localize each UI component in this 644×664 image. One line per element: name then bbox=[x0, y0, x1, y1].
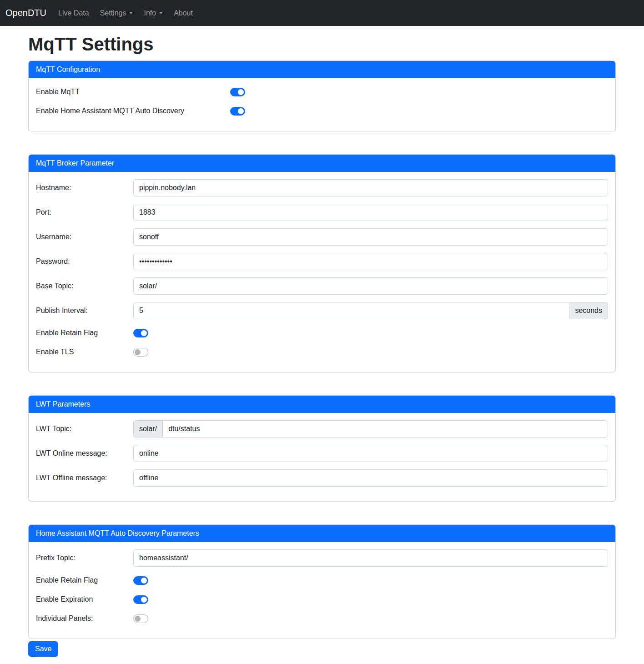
enable-mqtt-toggle[interactable] bbox=[230, 88, 245, 96]
form-row: LWT Topic: solar/ bbox=[36, 420, 608, 438]
enable-expiration-label: Enable Expiration bbox=[36, 595, 133, 604]
card-header-ha-discovery-parameters: Home Assistant MQTT Auto Discovery Param… bbox=[29, 525, 615, 542]
broker-enable-retain-toggle[interactable] bbox=[133, 329, 148, 337]
lwt-topic-input[interactable] bbox=[162, 420, 608, 438]
password-label: Password: bbox=[36, 257, 133, 266]
enable-expiration-toggle[interactable] bbox=[133, 595, 148, 604]
form-row: Enable Home Assistant MQTT Auto Discover… bbox=[36, 105, 608, 117]
form-row: Hostname: bbox=[36, 179, 608, 196]
form-row: Enable Expiration bbox=[36, 593, 608, 606]
form-row: Publish Interval: seconds bbox=[36, 302, 608, 319]
form-row: LWT Offline message: bbox=[36, 469, 608, 487]
enable-ha-discovery-label: Enable Home Assistant MQTT Auto Discover… bbox=[36, 107, 230, 115]
username-label: Username: bbox=[36, 233, 133, 241]
port-input[interactable] bbox=[133, 204, 608, 221]
prefix-topic-input[interactable] bbox=[133, 549, 608, 567]
page-container: MqTT Settings MqTT Configuration Enable … bbox=[0, 33, 644, 657]
form-row: Enable MqTT bbox=[36, 86, 608, 98]
form-row: Port: bbox=[36, 204, 608, 221]
base-topic-label: Base Topic: bbox=[36, 282, 133, 290]
publish-interval-label: Publish Interval: bbox=[36, 307, 133, 315]
nav-item-label: Settings bbox=[100, 9, 126, 17]
password-input[interactable] bbox=[133, 253, 608, 270]
card-lwt-parameters: LWT Parameters LWT Topic: solar/ LWT Onl… bbox=[28, 395, 616, 502]
form-row: Enable TLS bbox=[36, 346, 608, 358]
nav-item-label: Info bbox=[144, 9, 156, 17]
form-row: Base Topic: bbox=[36, 277, 608, 295]
lwt-offline-label: LWT Offline message: bbox=[36, 474, 133, 482]
form-row: Individual Panels: bbox=[36, 612, 608, 625]
card-header-lwt-parameters: LWT Parameters bbox=[29, 396, 615, 413]
lwt-offline-input[interactable] bbox=[133, 469, 608, 487]
port-label: Port: bbox=[36, 208, 133, 216]
nav-item-label: Live Data bbox=[58, 9, 89, 17]
card-header-mqtt-broker-parameter: MqTT Broker Parameter bbox=[29, 155, 615, 172]
username-input[interactable] bbox=[133, 228, 608, 246]
individual-panels-toggle[interactable] bbox=[133, 614, 148, 623]
lwt-online-input[interactable] bbox=[133, 445, 608, 462]
hostname-label: Hostname: bbox=[36, 184, 133, 192]
chevron-down-icon bbox=[159, 12, 163, 14]
lwt-topic-label: LWT Topic: bbox=[36, 425, 133, 433]
enable-ha-discovery-toggle[interactable] bbox=[230, 107, 245, 116]
broker-enable-retain-label: Enable Retain Flag bbox=[36, 329, 133, 337]
publish-interval-input[interactable] bbox=[133, 302, 569, 319]
card-mqtt-broker-parameter: MqTT Broker Parameter Hostname: Port: Us… bbox=[28, 154, 616, 372]
publish-interval-group: seconds bbox=[133, 302, 608, 319]
prefix-topic-label: Prefix Topic: bbox=[36, 554, 133, 562]
ha-enable-retain-label: Enable Retain Flag bbox=[36, 576, 133, 584]
nav-item-live-data[interactable]: Live Data bbox=[55, 5, 93, 21]
form-row: Password: bbox=[36, 253, 608, 270]
form-row: Enable Retain Flag bbox=[36, 327, 608, 339]
chevron-down-icon bbox=[129, 12, 133, 14]
individual-panels-label: Individual Panels: bbox=[36, 614, 133, 623]
base-topic-input[interactable] bbox=[133, 277, 608, 295]
form-row: Prefix Topic: bbox=[36, 549, 608, 567]
card-body: Hostname: Port: Username: Password: Base… bbox=[29, 172, 615, 372]
page-title: MqTT Settings bbox=[28, 33, 616, 55]
card-header-mqtt-configuration: MqTT Configuration bbox=[29, 61, 615, 78]
card-mqtt-configuration: MqTT Configuration Enable MqTT Enable Ho… bbox=[28, 60, 616, 131]
card-ha-discovery-parameters: Home Assistant MQTT Auto Discovery Param… bbox=[28, 524, 616, 639]
navbar: OpenDTU Live Data Settings Info About bbox=[0, 0, 644, 26]
nav-item-label: About bbox=[174, 9, 193, 17]
form-row: Username: bbox=[36, 228, 608, 246]
form-row: Enable Retain Flag bbox=[36, 574, 608, 587]
nav-item-info[interactable]: Info bbox=[140, 5, 166, 21]
nav-item-about[interactable]: About bbox=[170, 5, 196, 21]
enable-mqtt-label: Enable MqTT bbox=[36, 88, 230, 96]
ha-enable-retain-toggle[interactable] bbox=[133, 576, 148, 585]
brand-link[interactable]: OpenDTU bbox=[5, 8, 46, 18]
lwt-online-label: LWT Online message: bbox=[36, 449, 133, 458]
card-body: Enable MqTT Enable Home Assistant MQTT A… bbox=[29, 78, 615, 131]
enable-tls-toggle[interactable] bbox=[133, 348, 148, 357]
form-row: LWT Online message: bbox=[36, 445, 608, 462]
lwt-topic-group: solar/ bbox=[133, 420, 608, 438]
card-body: LWT Topic: solar/ LWT Online message: LW… bbox=[29, 413, 615, 501]
enable-tls-label: Enable TLS bbox=[36, 348, 133, 356]
card-body: Prefix Topic: Enable Retain Flag Enable … bbox=[29, 542, 615, 639]
publish-interval-unit: seconds bbox=[569, 302, 608, 319]
nav-item-settings[interactable]: Settings bbox=[96, 5, 137, 21]
lwt-topic-prefix: solar/ bbox=[133, 420, 162, 438]
hostname-input[interactable] bbox=[133, 179, 608, 196]
save-button[interactable]: Save bbox=[28, 641, 58, 657]
